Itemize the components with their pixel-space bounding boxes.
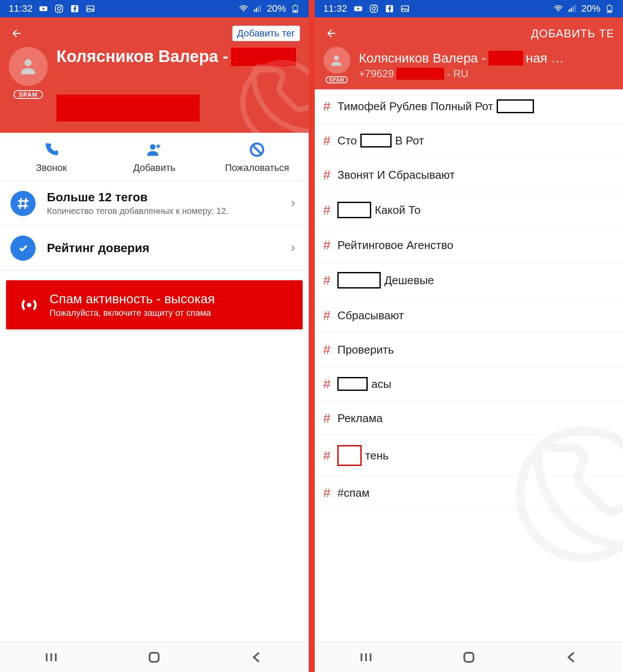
svg-rect-34 <box>570 8 572 12</box>
tag-row[interactable]: #Тимофей Рублев Полный Рот <box>315 89 623 124</box>
redacted-box <box>497 99 534 113</box>
back-nav-icon[interactable] <box>249 649 265 665</box>
hash-icon: # <box>323 377 331 391</box>
trust-rating-row[interactable]: Рейтинг доверия <box>0 226 309 271</box>
home-nav-icon[interactable] <box>461 649 477 665</box>
hash-icon: # <box>323 167 331 182</box>
profile-header: Добавить тег SPAM Колясников Валера - <box>0 17 309 133</box>
add-tag-button[interactable]: Добавить тег <box>232 26 300 41</box>
tag-row[interactable]: #Звонят И Сбрасывают <box>315 158 623 192</box>
tag-text: #спам <box>337 486 369 500</box>
svg-point-28 <box>372 7 375 10</box>
system-nav-bar <box>0 642 309 672</box>
add-action[interactable]: Добавить <box>103 133 206 180</box>
tag-row[interactable]: #Сбрасывают <box>315 298 623 333</box>
tag-text: тень <box>337 445 389 466</box>
svg-rect-35 <box>573 7 574 12</box>
svg-rect-36 <box>574 5 576 12</box>
tag-list[interactable]: #Тимофей Рублев Полный Рот#СтоВ Рот#Звон… <box>315 89 623 642</box>
svg-rect-12 <box>294 5 296 6</box>
header-bg-phone-icon <box>239 59 309 146</box>
svg-rect-10 <box>260 5 261 12</box>
call-label: Звонок <box>36 162 67 174</box>
phone-right: 11:32 20% ДОБАВИТЬ ТЕ SPAM Колясников <box>315 0 623 672</box>
svg-rect-25 <box>150 652 159 662</box>
avatar <box>323 47 350 74</box>
redacted-box <box>337 445 362 466</box>
svg-point-40 <box>334 56 339 60</box>
banner-subtitle: Пожалуйста, включите защиту от спама <box>49 308 215 318</box>
redacted-box <box>337 202 371 218</box>
tag-text: СтоВ Рот <box>337 134 424 148</box>
recents-nav-icon[interactable] <box>358 649 374 665</box>
svg-rect-33 <box>569 10 570 12</box>
spam-banner[interactable]: Спам активность - высокая Пожалуйста, вк… <box>6 280 303 329</box>
youtube-icon <box>353 4 363 13</box>
tag-text: Какой То <box>337 202 421 218</box>
hash-icon: # <box>323 411 331 426</box>
svg-point-3 <box>61 6 62 7</box>
hash-icon: # <box>323 99 331 114</box>
svg-rect-7 <box>254 10 255 12</box>
hash-icon: # <box>323 448 331 463</box>
status-bar: 11:32 20% <box>315 0 623 17</box>
status-time: 11:32 <box>9 3 33 14</box>
call-action[interactable]: Звонок <box>0 133 103 180</box>
hash-icon: # <box>323 133 331 148</box>
wifi-icon <box>554 4 563 13</box>
back-button[interactable] <box>9 26 24 41</box>
chevron-right-icon <box>288 243 298 253</box>
phone-left: 11:32 20% Добавить тег SPAM Коляс <box>0 0 309 672</box>
svg-line-19 <box>253 146 261 154</box>
hash-icon: # <box>323 308 331 323</box>
hash-icon <box>10 191 36 216</box>
avatar <box>9 47 48 86</box>
status-time: 11:32 <box>323 3 347 14</box>
tag-text: Звонят И Сбрасывают <box>337 168 455 182</box>
tag-text: Проверить <box>337 343 394 357</box>
tag-row[interactable]: #Какой То <box>315 192 623 228</box>
svg-rect-8 <box>256 8 257 12</box>
tags-title: Больше 12 тегов <box>47 190 277 204</box>
facebook-icon <box>70 4 79 13</box>
tag-row[interactable]: #асы <box>315 367 623 401</box>
tag-text: Дешевые <box>337 272 434 288</box>
add-contact-icon <box>145 141 163 159</box>
hash-icon: # <box>323 485 331 500</box>
profile-header: ДОБАВИТЬ ТЕ SPAM Колясников Валера - ная… <box>315 17 623 89</box>
hash-icon: # <box>323 203 331 217</box>
tags-count-row[interactable]: Больше 12 тегов Количество тегов добавле… <box>0 181 309 226</box>
status-bar: 11:32 20% <box>0 0 309 17</box>
spam-badge: SPAM <box>326 76 348 83</box>
back-nav-icon[interactable] <box>564 649 580 665</box>
recents-nav-icon[interactable] <box>43 649 59 665</box>
tag-text: Рейтинговое Агенство <box>337 239 453 252</box>
tag-row[interactable]: #СтоВ Рот <box>315 124 623 158</box>
status-battery: 20% <box>581 3 600 14</box>
add-tag-button[interactable]: ДОБАВИТЬ ТЕ <box>531 27 614 40</box>
redacted-box <box>360 134 392 148</box>
tag-row[interactable]: #Дешевые <box>315 262 623 298</box>
tag-text: Тимофей Рублев Полный Рот <box>337 99 534 113</box>
signal-icon <box>567 4 577 13</box>
signal-icon <box>253 4 262 13</box>
svg-rect-38 <box>609 5 610 6</box>
battery-icon <box>605 4 614 13</box>
facebook-icon <box>385 4 394 13</box>
tag-text: Реклама <box>337 412 382 425</box>
svg-point-6 <box>243 10 244 12</box>
youtube-icon <box>39 4 48 13</box>
hash-icon: # <box>323 273 331 288</box>
tag-row[interactable]: #Проверить <box>315 333 623 367</box>
hash-icon: # <box>323 238 331 252</box>
chevron-right-icon <box>288 198 298 209</box>
back-button[interactable] <box>323 26 339 41</box>
svg-rect-39 <box>608 10 611 12</box>
svg-point-29 <box>376 6 376 7</box>
contact-phone: +79629 - RU <box>359 68 615 80</box>
svg-point-2 <box>57 7 60 10</box>
redacted-block <box>56 95 200 121</box>
home-nav-icon[interactable] <box>146 649 162 665</box>
tag-row[interactable]: #Рейтинговое Агенство <box>315 228 623 262</box>
report-label: Пожаловаться <box>225 162 289 174</box>
